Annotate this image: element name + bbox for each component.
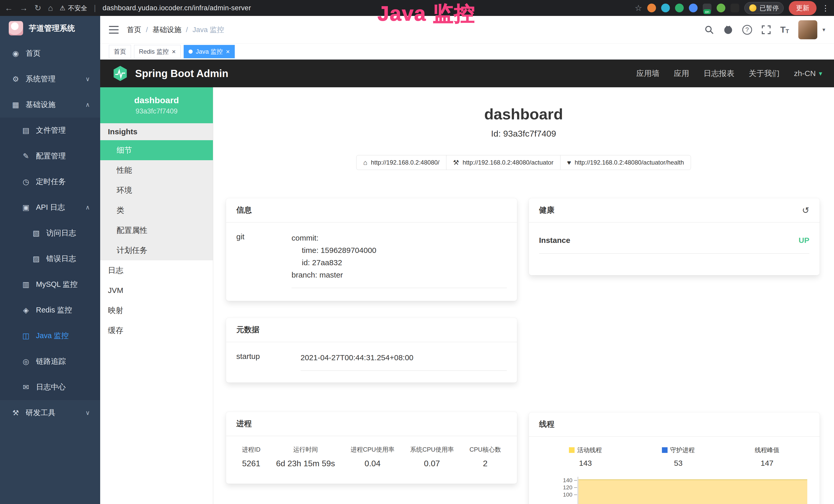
sidebar-item-label: 系统管理 bbox=[26, 74, 56, 84]
access-log-icon: ▧ bbox=[31, 229, 41, 237]
sba-link-journal[interactable]: 日志报表 bbox=[704, 68, 734, 79]
sidebar-item-dev-tools[interactable]: ⚒ 研发工具 ∨ bbox=[0, 400, 100, 426]
sidebar-item-label: 日志中心 bbox=[36, 382, 66, 392]
reload-icon[interactable]: ↻ bbox=[35, 4, 41, 12]
sba-item-mappings[interactable]: 映射 bbox=[100, 300, 213, 320]
sba-item-jvm[interactable]: JVM bbox=[100, 280, 213, 300]
avatar-caret-icon[interactable]: ▾ bbox=[822, 26, 825, 33]
sba-item-logs[interactable]: 日志 bbox=[100, 260, 213, 280]
instance-header[interactable]: dashboard 93a3fc7f7409 bbox=[100, 87, 213, 123]
profile-paused-badge[interactable]: 已暂停 bbox=[744, 2, 784, 14]
process-stat: 进程ID 5261 bbox=[242, 445, 260, 468]
forward-icon[interactable]: → bbox=[20, 4, 28, 12]
page-title: dashboard bbox=[213, 105, 834, 123]
y-tick: 100 bbox=[563, 491, 578, 498]
sidebar-item-access-logs[interactable]: ▧ 访问日志 bbox=[0, 220, 100, 246]
legend-label: 线程峰值 bbox=[755, 446, 779, 454]
info-value: commit: time: 1596289704000 id: 27aa832 … bbox=[291, 232, 507, 288]
sidebar-item-log-center[interactable]: ✉ 日志中心 bbox=[0, 374, 100, 400]
sba-item-scheduled-tasks[interactable]: 计划任务 bbox=[100, 240, 213, 260]
sba-sidebar: dashboard 93a3fc7f7409 Insights 细节 性能 环境… bbox=[100, 87, 213, 504]
tab-redis-monitor[interactable]: Redis 监控 × bbox=[134, 45, 180, 58]
sidebar-item-redis-monitor[interactable]: ◈ Redis 监控 bbox=[0, 297, 100, 323]
sba-item-metrics[interactable]: 性能 bbox=[100, 160, 213, 180]
close-icon[interactable]: × bbox=[172, 48, 176, 55]
clock-icon: ◷ bbox=[21, 177, 31, 186]
sidebar-item-system-management[interactable]: ⚙ 系统管理 ∨ bbox=[0, 66, 100, 92]
service-url-button[interactable]: ⌂ http://192.168.0.2:48080/ bbox=[356, 155, 446, 170]
sidebar-item-home[interactable]: ◉ 首页 bbox=[0, 41, 100, 66]
error-log-icon: ▨ bbox=[31, 254, 41, 263]
close-icon[interactable]: × bbox=[226, 48, 230, 55]
sidebar-item-error-logs[interactable]: ▨ 错误日志 bbox=[0, 246, 100, 272]
stat-label: 运行时间 bbox=[276, 445, 335, 454]
font-size-icon[interactable]: T T bbox=[780, 25, 789, 35]
instance-id: 93a3fc7f7409 bbox=[136, 107, 178, 115]
security-chip[interactable]: ⚠ 不安全 bbox=[60, 4, 87, 12]
sidebar-item-label: 错误日志 bbox=[46, 254, 76, 264]
stat-label: 进程CPU使用率 bbox=[351, 445, 395, 454]
sba-link-about[interactable]: 关于我们 bbox=[749, 68, 780, 79]
sba-item-classes[interactable]: 类 bbox=[100, 200, 213, 220]
trace-icon: ◎ bbox=[21, 357, 31, 366]
sidebar-item-mysql-monitor[interactable]: ▥ MySQL 监控 bbox=[0, 272, 100, 297]
sba-item-details[interactable]: 细节 bbox=[100, 140, 213, 160]
tab-java-monitor[interactable]: Java 监控 × bbox=[184, 45, 235, 58]
sidebar-item-java-monitor[interactable]: ◫ Java 监控 bbox=[0, 323, 100, 349]
bookmark-star-icon[interactable]: ☆ bbox=[635, 4, 642, 12]
locale-select[interactable]: zh-CN ▾ bbox=[794, 69, 822, 78]
sba-link-applications[interactable]: 应用 bbox=[674, 68, 689, 79]
sidebar-item-api-logs[interactable]: ▣ API 日志 ∧ bbox=[0, 194, 100, 220]
sidebar-item-config-management[interactable]: ✎ 配置管理 bbox=[0, 143, 100, 169]
extension-icon[interactable] bbox=[675, 4, 684, 12]
sidebar-item-tracing[interactable]: ◎ 链路追踪 bbox=[0, 349, 100, 374]
stat-label: 进程ID bbox=[242, 445, 260, 454]
browser-update-button[interactable]: 更新 bbox=[789, 1, 816, 15]
sba-brand[interactable]: Spring Boot Admin bbox=[112, 65, 228, 82]
back-icon[interactable]: ← bbox=[5, 4, 13, 12]
extension-icon[interactable] bbox=[717, 4, 725, 12]
browser-menu-icon[interactable]: ⋮ bbox=[822, 4, 829, 13]
threads-card-header: 线程 bbox=[529, 412, 820, 437]
instance-links: ⌂ http://192.168.0.2:48080/ ⚒ http://192… bbox=[213, 155, 834, 170]
git-branch-line: branch: master bbox=[291, 269, 507, 281]
sidebar-item-label: 访问日志 bbox=[46, 228, 76, 238]
history-icon[interactable]: ↺ bbox=[802, 205, 810, 215]
actuator-url-button[interactable]: ⚒ http://192.168.0.2:48080/actuator bbox=[446, 155, 561, 170]
sidebar-item-file-management[interactable]: ▤ 文件管理 bbox=[0, 118, 100, 143]
extension-icon[interactable] bbox=[647, 4, 656, 12]
address-url[interactable]: dashboard.yudao.iocoder.cn/infra/admin-s… bbox=[103, 4, 251, 12]
sba-item-config-props[interactable]: 配置属性 bbox=[100, 220, 213, 240]
tab-home[interactable]: 首页 bbox=[109, 45, 131, 58]
breadcrumb-infrastructure[interactable]: 基础设施 bbox=[153, 25, 181, 35]
github-icon[interactable] bbox=[723, 25, 733, 35]
user-avatar[interactable] bbox=[798, 20, 817, 39]
hamburger-icon[interactable] bbox=[109, 26, 119, 33]
app-logo-row[interactable]: 芋道管理系统 bbox=[0, 16, 100, 41]
mail-icon: ✉ bbox=[21, 383, 31, 392]
extension-icon[interactable] bbox=[661, 4, 670, 12]
stat-value: 2 bbox=[469, 459, 501, 468]
health-url-button[interactable]: ♥ http://192.168.0.2:48080/actuator/heal… bbox=[560, 155, 691, 170]
extension-icon[interactable] bbox=[689, 4, 698, 12]
database-icon: ▥ bbox=[21, 280, 31, 289]
extension-icon[interactable]: on bbox=[703, 4, 711, 12]
health-card: 健康 ↺ Instance UP bbox=[529, 198, 820, 275]
insights-section-title: Insights bbox=[100, 123, 213, 140]
card-title: 线程 bbox=[539, 419, 554, 430]
sidebar-item-scheduled-jobs[interactable]: ◷ 定时任务 bbox=[0, 169, 100, 194]
breadcrumb-home[interactable]: 首页 bbox=[127, 25, 141, 35]
redis-icon: ◈ bbox=[21, 306, 31, 315]
sba-item-caches[interactable]: 缓存 bbox=[100, 320, 213, 340]
threads-card-body: 活动线程 143 守护进程 53 线程峰值 147 bbox=[529, 437, 820, 504]
sidebar-item-infrastructure[interactable]: ▦ 基础设施 ∧ bbox=[0, 92, 100, 118]
sba-link-wallboard[interactable]: 应用墙 bbox=[636, 68, 659, 79]
sba-item-environment[interactable]: 环境 bbox=[100, 180, 213, 200]
search-icon[interactable] bbox=[704, 25, 714, 35]
sidebar-item-label: Redis 监控 bbox=[36, 305, 72, 315]
browser-home-icon[interactable]: ⌂ bbox=[48, 4, 53, 12]
fullscreen-icon[interactable] bbox=[761, 25, 771, 35]
cards-grid: 信息 git commit: time: 1596289704000 id: 2… bbox=[213, 198, 834, 504]
extension-icon[interactable] bbox=[730, 4, 739, 12]
help-icon[interactable]: ? bbox=[742, 25, 752, 35]
